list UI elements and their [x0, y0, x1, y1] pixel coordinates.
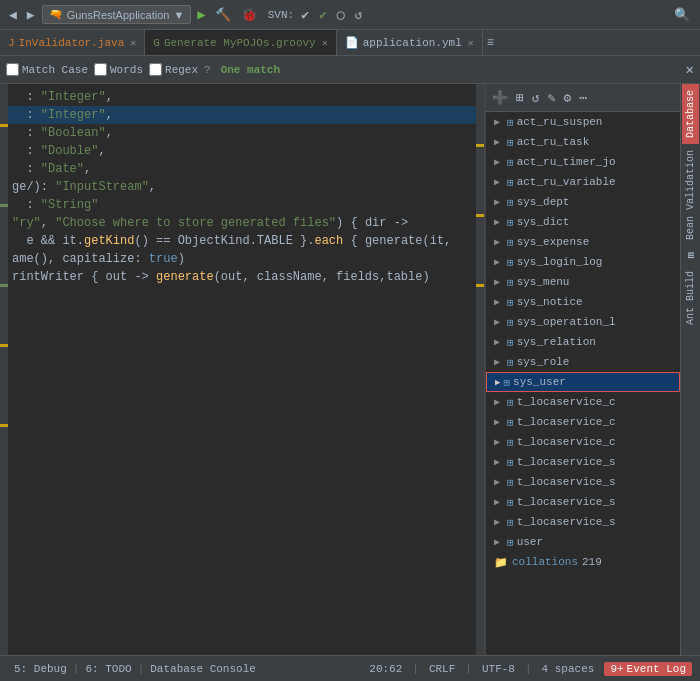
db-edit-icon[interactable]: ✎: [546, 88, 558, 108]
expand-arrow-icon: ▶: [494, 436, 504, 448]
line-sep[interactable]: CRLF: [423, 663, 461, 675]
db-table-t-locaservice-s1[interactable]: ▶ ⊞ t_locaservice_s: [486, 452, 680, 472]
expand-arrow-icon: ▶: [494, 536, 504, 548]
dropdown-icon: ▼: [173, 9, 184, 21]
db-refresh-icon[interactable]: ↺: [530, 88, 542, 108]
event-log-icon: 9+: [610, 663, 623, 675]
regex-checkbox[interactable]: [149, 63, 162, 76]
debug-icon[interactable]: 🐞: [238, 5, 260, 25]
db-table-t-locaservice-s3[interactable]: ▶ ⊞ t_locaservice_s: [486, 492, 680, 512]
db-table-sys-expense[interactable]: ▶ ⊞ sys_expense: [486, 232, 680, 252]
expand-arrow-icon: ▶: [494, 336, 504, 348]
tab-validator-close[interactable]: ✕: [130, 37, 136, 49]
search-icon[interactable]: 🔍: [670, 5, 694, 25]
tab-yaml-close[interactable]: ✕: [468, 37, 474, 49]
table-icon: ⊞: [507, 256, 514, 269]
indent[interactable]: 4 spaces: [536, 663, 601, 675]
db-add-icon[interactable]: ➕: [490, 88, 510, 108]
tab-overflow[interactable]: ≡: [483, 36, 498, 50]
debug-status[interactable]: 5: Debug: [8, 663, 73, 675]
code-line: : "Double",: [8, 142, 484, 160]
expand-arrow-icon: ▶: [494, 276, 504, 288]
app-name-button[interactable]: 🔫 GunsRestApplication ▼: [42, 5, 192, 24]
words-checkbox[interactable]: [94, 63, 107, 76]
code-line: : "Integer",: [8, 88, 484, 106]
expand-arrow-icon: ▶: [494, 296, 504, 308]
svn-circle-icon[interactable]: ◯: [334, 5, 348, 25]
run-button[interactable]: ▶: [195, 4, 207, 25]
db-table-sys-login-log[interactable]: ▶ ⊞ sys_login_log: [486, 252, 680, 272]
search-close-button[interactable]: ✕: [686, 61, 694, 78]
side-tab-maven[interactable]: m: [682, 246, 700, 265]
db-table-act-ru-timer[interactable]: ▶ ⊞ act_ru_timer_jo: [486, 152, 680, 172]
db-table-t-locaservice-c3[interactable]: ▶ ⊞ t_locaservice_c: [486, 432, 680, 452]
db-panel: ➕ ⊞ ↺ ✎ ⚙ ⋯ ▶ ⊞ act_ru_suspen ▶ ⊞ act_ru…: [485, 84, 680, 655]
search-help-icon[interactable]: ?: [204, 64, 211, 76]
db-table-icon[interactable]: ⊞: [514, 88, 526, 108]
code-line: : "Boolean",: [8, 124, 484, 142]
table-icon: ⊞: [507, 196, 514, 209]
side-tab-ant-build[interactable]: Ant Build: [682, 265, 699, 331]
db-table-sys-dept[interactable]: ▶ ⊞ sys_dept: [486, 192, 680, 212]
db-table-act-ru-task[interactable]: ▶ ⊞ act_ru_task: [486, 132, 680, 152]
todo-status[interactable]: 6: TODO: [79, 663, 137, 675]
db-table-t-locaservice-s2[interactable]: ▶ ⊞ t_locaservice_s: [486, 472, 680, 492]
svn-check-icon[interactable]: ✔: [298, 5, 312, 25]
collations-label: collations: [512, 556, 578, 568]
tab-groovy-close[interactable]: ✕: [322, 37, 328, 49]
cursor-position[interactable]: 20:62: [363, 663, 408, 675]
db-table-act-ru-suspen[interactable]: ▶ ⊞ act_ru_suspen: [486, 112, 680, 132]
tab-validator[interactable]: J InValidator.java ✕: [0, 30, 145, 56]
db-table-t-locaservice-c2[interactable]: ▶ ⊞ t_locaservice_c: [486, 412, 680, 432]
build-icon[interactable]: 🔨: [212, 5, 234, 25]
svn-check2-icon[interactable]: ✔: [316, 5, 330, 25]
db-table-sys-role[interactable]: ▶ ⊞ sys_role: [486, 352, 680, 372]
db-table-sys-notice[interactable]: ▶ ⊞ sys_notice: [486, 292, 680, 312]
db-table-user[interactable]: ▶ ⊞ user: [486, 532, 680, 552]
editor-area[interactable]: : "Integer", : "Integer", : "Boolean", :…: [8, 84, 485, 655]
tab-bar: J InValidator.java ✕ G Generate MyPOJOs.…: [0, 30, 700, 56]
tab-groovy[interactable]: G Generate MyPOJOs.groovy ✕: [145, 30, 336, 56]
forward-icon[interactable]: ▶: [24, 5, 38, 25]
svn-refresh-icon[interactable]: ↺: [352, 5, 366, 25]
event-log-button[interactable]: 9+ Event Log: [604, 662, 692, 676]
db-table-sys-user[interactable]: ▶ ⊞ sys_user: [486, 372, 680, 392]
db-table-t-locaservice-s4[interactable]: ▶ ⊞ t_locaservice_s: [486, 512, 680, 532]
app-name-label: GunsRestApplication: [67, 9, 170, 21]
match-case-option[interactable]: Match Case: [6, 63, 88, 76]
expand-arrow-icon: ▶: [494, 216, 504, 228]
db-table-act-ru-variable[interactable]: ▶ ⊞ act_ru_variable: [486, 172, 680, 192]
db-table-sys-dict[interactable]: ▶ ⊞ sys_dict: [486, 212, 680, 232]
db-table-sys-operation[interactable]: ▶ ⊞ sys_operation_l: [486, 312, 680, 332]
side-tabs-right: Database Bean Validation m Ant Build: [680, 84, 700, 655]
table-icon: ⊞: [503, 376, 510, 389]
code-line: : "String": [8, 196, 484, 214]
expand-arrow-icon: ▶: [494, 156, 504, 168]
app-icon: 🔫: [49, 8, 63, 21]
table-icon: ⊞: [507, 356, 514, 369]
back-icon[interactable]: ◀: [6, 5, 20, 25]
code-content: : "Integer", : "Integer", : "Boolean", :…: [8, 84, 484, 290]
side-tab-bean-validation[interactable]: Bean Validation: [682, 144, 699, 246]
db-table-sys-relation[interactable]: ▶ ⊞ sys_relation: [486, 332, 680, 352]
db-tree[interactable]: ▶ ⊞ act_ru_suspen ▶ ⊞ act_ru_task ▶ ⊞ ac…: [486, 112, 680, 655]
encoding[interactable]: UTF-8: [476, 663, 521, 675]
match-case-checkbox[interactable]: [6, 63, 19, 76]
tab-yaml[interactable]: 📄 application.yml ✕: [337, 30, 483, 56]
match-case-label: Match Case: [22, 64, 88, 76]
db-table-sys-menu[interactable]: ▶ ⊞ sys_menu: [486, 272, 680, 292]
code-line: : "Date",: [8, 160, 484, 178]
db-console-status[interactable]: Database Console: [144, 663, 262, 675]
db-settings-icon[interactable]: ⚙: [561, 88, 573, 108]
regex-option[interactable]: Regex: [149, 63, 198, 76]
table-icon: ⊞: [507, 516, 514, 529]
side-tab-database[interactable]: Database: [682, 84, 699, 144]
table-icon: ⊞: [507, 116, 514, 129]
words-option[interactable]: Words: [94, 63, 143, 76]
table-icon: ⊞: [507, 436, 514, 449]
collations-item[interactable]: 📁 collations 219: [486, 552, 680, 572]
top-toolbar: ◀ ▶ 🔫 GunsRestApplication ▼ ▶ 🔨 🐞 SVN: ✔…: [0, 0, 700, 30]
db-table-t-locaservice-c1[interactable]: ▶ ⊞ t_locaservice_c: [486, 392, 680, 412]
db-more-icon[interactable]: ⋯: [577, 88, 589, 108]
collations-count: 219: [582, 556, 602, 568]
